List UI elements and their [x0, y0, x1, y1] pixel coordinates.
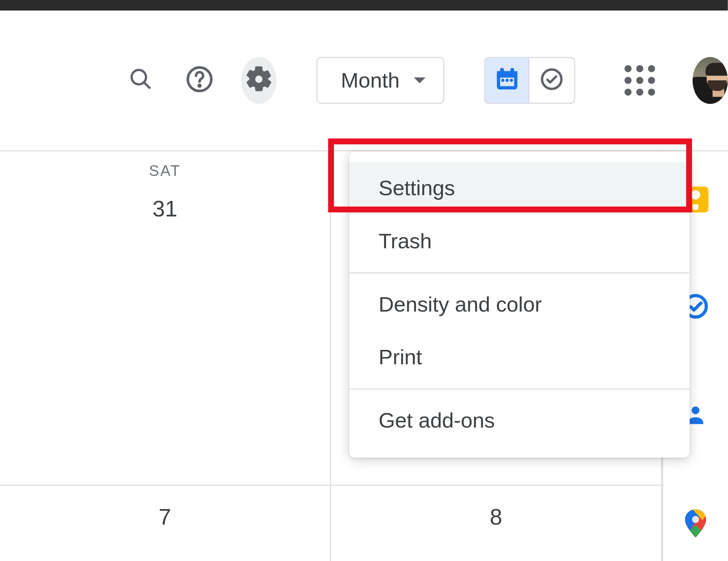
date-label: 7 [0, 505, 330, 530]
tasks-view-button[interactable] [530, 58, 574, 103]
menu-item-density[interactable]: Density and color [349, 278, 690, 331]
calendar-cell[interactable]: SAT 31 [0, 151, 331, 486]
svg-point-14 [692, 516, 699, 523]
settings-menu: Settings Trash Density and color Print G… [349, 151, 690, 458]
account-avatar[interactable] [692, 57, 728, 104]
menu-item-trash[interactable]: Trash [349, 215, 690, 268]
gear-icon [244, 64, 273, 96]
menu-divider [349, 389, 690, 390]
view-selector-label: Month [341, 68, 400, 93]
menu-item-label: Settings [378, 176, 455, 201]
apps-button[interactable] [622, 57, 657, 104]
calendar-view-button[interactable] [485, 58, 530, 103]
help-icon [186, 65, 214, 96]
header-toolbar: Month [0, 11, 728, 152]
svg-rect-7 [511, 69, 513, 74]
svg-point-2 [198, 84, 201, 87]
maps-app-button[interactable] [682, 511, 708, 536]
chevron-down-icon [414, 77, 425, 83]
menu-item-print[interactable]: Print [349, 331, 690, 384]
menu-item-label: Print [378, 345, 422, 370]
view-selector[interactable]: Month [316, 57, 444, 104]
svg-point-9 [506, 79, 508, 81]
calendar-cell[interactable]: 7 [0, 486, 331, 561]
settings-button[interactable] [241, 57, 276, 104]
menu-divider [349, 272, 690, 273]
svg-point-13 [692, 406, 700, 414]
day-of-week-label: SAT [0, 162, 330, 180]
maps-icon [685, 509, 706, 537]
svg-rect-6 [500, 69, 503, 74]
menu-item-label: Get add-ons [378, 408, 495, 433]
menu-item-label: Density and color [378, 292, 542, 317]
menu-item-label: Trash [378, 229, 431, 254]
date-label: 8 [331, 505, 661, 530]
svg-point-8 [502, 79, 504, 81]
window-chrome-bar [0, 0, 728, 11]
search-icon [129, 67, 153, 94]
search-button[interactable] [123, 57, 158, 104]
view-toggle [484, 57, 575, 104]
calendar-cell[interactable]: 8 [331, 486, 662, 561]
menu-item-addons[interactable]: Get add-ons [349, 394, 690, 447]
svg-point-0 [132, 70, 146, 85]
menu-item-settings[interactable]: Settings [349, 162, 690, 215]
svg-point-10 [510, 79, 512, 81]
help-button[interactable] [182, 57, 217, 104]
date-label: 31 [0, 197, 330, 222]
calendar-icon [494, 66, 520, 94]
apps-grid-icon [624, 65, 654, 96]
task-check-icon [539, 66, 565, 94]
